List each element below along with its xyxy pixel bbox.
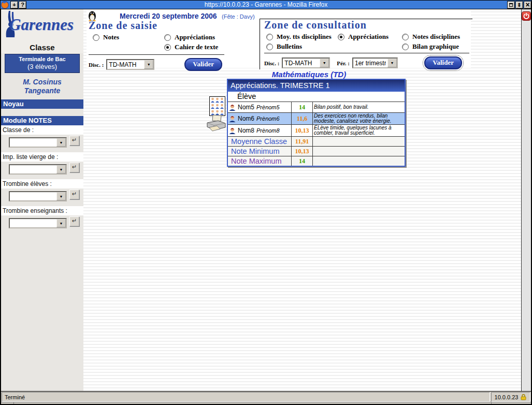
trombine-eleves-select[interactable]: ▼ [9,191,67,201]
firefox-icon [1,1,9,9]
student-avatar-icon [229,127,236,134]
chevron-down-icon[interactable]: ▼ [144,60,153,69]
radio-icon[interactable] [266,44,273,50]
radio-icon[interactable] [164,34,171,41]
classe-de-label: Classe de : [1,125,83,135]
radio-icon[interactable] [402,34,409,40]
student-nom: Nom6 [238,115,254,122]
window-maximize-button[interactable] [507,1,515,9]
trombine-eleves-go-button[interactable]: ↵ [69,190,79,199]
maximum-value: 14 [292,156,313,166]
host-indicator[interactable]: 10.0.0.23 [491,392,530,402]
radio-bulletins[interactable]: Bulletins [266,42,338,51]
radio-cahier-de-texte[interactable]: Cahier de texte [164,43,258,51]
chevron-down-icon[interactable]: ▼ [320,59,329,67]
lock-icon [520,394,527,400]
fete-text: (Fête : Davy) [222,13,255,20]
classe-de-go-button[interactable]: ↵ [69,136,79,146]
empty-cell [313,137,405,146]
student-prenom: Prènom6 [256,115,280,122]
chevron-down-icon[interactable]: ▼ [387,59,397,67]
appreciations-table: Appréciations. TRIMESTRE 1 Élève Nom5 Pr… [227,79,406,167]
radio-icon[interactable] [338,34,344,40]
class-count: (3 élèves) [5,63,79,70]
logout-power-button[interactable] [522,11,531,21]
power-icon [523,13,529,19]
sidebar: Garennes Classe Terminale de Bac (3 élèv… [1,9,83,391]
disc-select-saisie[interactable]: TD-MATH ▼ [106,59,154,70]
window-shade-button[interactable]: ⇕ [515,1,523,9]
radio-notes-disciplines[interactable]: Notes disciplines [402,33,472,41]
periode-select[interactable]: 1er trimestre ▼ [352,57,398,68]
disc-label: Disc. : [264,60,279,66]
note-minimum-link[interactable]: Note Minimum [228,147,292,156]
page-title: Mathématiques (TD) [83,70,521,79]
radio-icon[interactable] [93,34,99,41]
disc-label: Disc. : [89,62,104,68]
table-row[interactable]: Nom6 Prènom6 11,6 Des exercices non rend… [228,113,405,125]
table-row[interactable]: Nom8 Prènom8 10,13 ÉLève timide, quelque… [228,125,405,137]
chevron-down-icon[interactable]: ▼ [56,219,66,227]
summary-row-minimum: Note Minimum 10,13 [228,147,405,156]
zone-consultation-title: Zone de consultation [264,19,472,31]
periode-label: Pér. : [337,60,350,66]
minimum-value: 10,13 [292,147,313,156]
valider-saisie-button[interactable]: Valider [184,58,222,71]
student-nom: Nom5 [238,104,254,111]
table-subheader-eleve: Élève [228,92,405,102]
window-close-button[interactable]: × [524,1,531,9]
trombine-enseignants-select[interactable]: ▼ [9,218,67,228]
note-value: 11,6 [292,113,313,124]
radio-bilan-graphique[interactable]: Bilan graphique [402,42,472,51]
class-name: Terminale de Bac [5,56,79,62]
disc-select-consult[interactable]: TD-MATH ▼ [282,57,330,68]
radio-moy-tts-disciplines[interactable]: Moy. tts disciplines [266,33,338,41]
student-prenom: Prènom8 [256,127,280,134]
chevron-down-icon[interactable]: ▼ [56,192,66,200]
student-nom: Nom8 [238,127,254,134]
chevron-down-icon[interactable]: ▼ [56,165,66,173]
table-title: Appréciations. TRIMESTRE 1 [228,80,405,92]
radio-appreciations-consult[interactable]: Appréciations [338,33,402,41]
moyenne-classe-link[interactable]: Moyenne Classe [228,137,292,146]
browser-viewport: Garennes Classe Terminale de Bac (3 élèv… [0,9,532,391]
summary-row-moyenne: Moyenne Classe 11,91 [228,137,405,147]
radio-icon[interactable] [402,44,409,50]
zone-de-consultation: Zone de consultation Moy. tts discipline… [260,19,472,69]
trombine-enseignants-go-button[interactable]: ↵ [69,216,79,226]
window-plus-button[interactable]: + [10,1,18,9]
empty-cell [313,156,405,166]
garennes-logo: Garennes [1,9,83,42]
note-maximum-link[interactable]: Note Maximum [228,156,292,166]
appreciation-comment: Bilan positif, bon travail. [313,102,405,112]
imp-liste-vierge-select[interactable]: ▼ [9,164,67,175]
logo-text: Garennes [9,16,74,34]
trombine-enseignants-label: Trombine enseignants : [1,206,83,215]
radio-appreciations-saisie[interactable]: Appréciations [164,33,258,41]
resize-grip[interactable] [1,402,531,404]
radio-notes[interactable]: Notes [93,33,164,41]
imp-liste-vierge-go-button[interactable]: ↵ [69,163,79,172]
window-titlebar[interactable]: + ? https://10.0.0.23 - Garennes - Mozil… [0,0,532,9]
zone-de-saisie: Zone de saisie Notes Appréciations Cahie… [89,20,258,71]
note-value: 10,13 [292,125,313,136]
teacher-name: M. Cosinus Tangeante [1,78,83,95]
trombinoscope-icon[interactable] [209,96,225,116]
trombine-eleves-label: Trombine élèves : [1,179,83,189]
chevron-down-icon[interactable]: ▼ [56,138,66,147]
empty-cell [313,147,405,156]
class-select-button[interactable]: Terminale de Bac (3 élèves) [5,54,80,73]
moyenne-value: 11,91 [292,137,313,146]
sidebar-item-noyau[interactable]: Noyau [1,99,83,109]
window-help-button[interactable]: ? [19,1,26,9]
classe-de-select[interactable]: ▼ [9,137,67,148]
radio-icon[interactable] [266,34,273,40]
status-text: Terminé [2,392,490,402]
summary-row-maximum: Note Maximum 14 [228,156,405,166]
printer-icon[interactable] [206,114,227,133]
sidebar-item-module-notes[interactable]: Module NOTES [1,116,83,125]
radio-icon[interactable] [164,44,171,51]
student-avatar-icon [229,115,236,122]
valider-consultation-button[interactable]: Valider [424,56,462,69]
table-row[interactable]: Nom5 Prènom5 14 Bilan positif, bon trava… [228,102,405,113]
